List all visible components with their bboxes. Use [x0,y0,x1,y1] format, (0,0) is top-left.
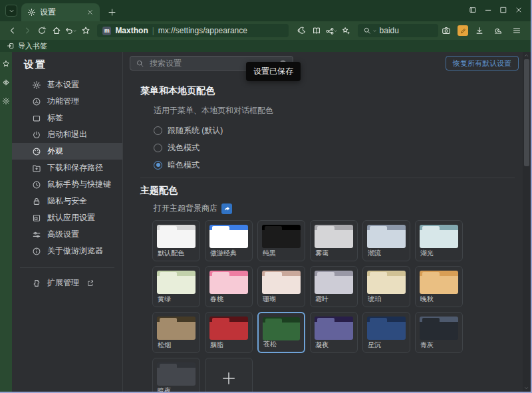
browser-window: 设置 m Maxthon | mx://settings/appearance [0,0,532,393]
theme-card[interactable]: 晚秋 [415,266,463,307]
tab-settings[interactable]: 设置 [21,3,100,21]
theme-card[interactable]: 凝夜 [310,312,358,353]
add-theme-card[interactable] [205,358,253,392]
theme-card[interactable]: 春桃 [205,266,253,307]
theme-card[interactable]: 松烟 [152,312,200,353]
downloads-button[interactable] [472,23,487,38]
rail-favorites-button[interactable] [2,60,10,68]
theme-swatch [420,225,458,248]
night-mode-button[interactable] [295,23,309,38]
forward-button[interactable] [20,23,34,38]
window-controls [469,6,531,14]
reading-mode-button[interactable] [309,23,323,38]
quick-search-box[interactable]: baidu [358,24,438,37]
theme-card[interactable]: 胭脂 [205,312,253,353]
back-button[interactable] [5,23,19,38]
undo-button[interactable] [64,23,78,38]
settings-sidebar: 设置 基本设置 功能管理 标签 启动和退出 外观 下载和保存路径 鼠标手势与快捷… [12,52,122,392]
scrollbar-thumb[interactable] [524,59,529,166]
theme-card[interactable]: 青灰 [415,312,463,353]
sidebar-item-func[interactable]: 功能管理 [12,93,122,110]
theme-card[interactable]: 傲游经典 [205,220,253,261]
theme-store-row: 打开主题背景商店 [154,203,521,214]
bookmark-bar: 导入书签 [0,40,531,52]
rail-apps-button[interactable] [2,78,10,86]
home-button[interactable] [49,23,63,38]
sidebar-item-palette[interactable]: 外观 [12,143,122,160]
new-tab-button[interactable] [108,8,116,17]
scroll-up-arrow[interactable] [523,53,529,59]
radio-option[interactable]: 暗色模式 [154,160,521,170]
radio-icon[interactable] [154,144,162,152]
restore-defaults-button[interactable]: 恢复所有默认设置 [446,56,519,70]
scroll-down-arrow[interactable] [523,385,529,391]
theme-swatch [157,225,196,248]
scrollbar[interactable] [523,52,531,392]
divider [20,267,114,268]
chevron-down-icon [523,385,529,391]
radio-icon[interactable] [154,126,162,135]
theme-card[interactable]: 湖光 [415,220,463,261]
extensions-button[interactable] [491,23,505,38]
sidebar-item-label: 功能管理 [47,96,79,107]
address-bar[interactable]: m Maxthon | mx://settings/appearance [97,24,289,37]
favorite-button[interactable] [78,23,92,38]
open-theme-store-button[interactable] [221,203,232,214]
sidebar-item-sliders[interactable]: 高级设置 [12,226,122,243]
theme-card[interactable]: 黄绿 [152,266,200,307]
workspace-icon [469,6,477,14]
share-button[interactable] [324,23,338,38]
theme-card[interactable]: 琥珀 [362,266,410,307]
theme-card[interactable]: 暗夜 [152,358,200,392]
sidebar-item-label: 外观 [47,146,63,157]
tab-list-chevron-button[interactable] [5,5,17,17]
sidebar-item-label: 关于傲游浏览器 [47,245,103,257]
minimize-button[interactable] [484,6,492,14]
workspace-button[interactable] [469,6,477,14]
menu-item-icon [32,114,41,123]
theme-store-link[interactable]: 打开主题背景商店 [154,203,217,214]
sidebar-item-window[interactable]: 默认应用设置 [12,209,122,226]
sidebar-item-lock[interactable]: 隐私与安全 [12,193,122,209]
theme-swatch [367,225,406,248]
close-button[interactable] [515,6,523,14]
search-engine-label: baidu [380,26,399,35]
theme-card[interactable]: 珊瑚 [257,266,305,307]
theme-card[interactable]: 纯黑 [257,220,305,261]
collect-button[interactable] [339,23,353,38]
rail-settings-button[interactable] [2,97,10,105]
sidebar-item-folder-down[interactable]: 下载和保存路径 [12,160,122,176]
window-body: 设置已保存 设置 基本设置 功能管理 标签 启动和退出 外观 下载和保存路径 鼠… [0,52,531,392]
main-menu-button[interactable] [509,23,524,38]
theme-card[interactable]: 默认配色 [152,220,200,261]
theme-name: 春桃 [210,295,223,304]
theme-swatch [263,317,300,340]
import-icon [7,42,15,50]
theme-name: 黄绿 [158,295,171,304]
maximize-button[interactable] [499,6,507,14]
theme-card[interactable]: 苍松 [257,312,305,353]
theme-card[interactable]: 雾霭 [310,220,358,261]
menu-item-icon [32,147,41,156]
theme-card[interactable]: 霜叶 [310,266,358,307]
reload-button[interactable] [35,23,49,38]
sidebar-item-power[interactable]: 启动和退出 [12,126,122,143]
radio-icon[interactable] [154,161,162,170]
sidebar-item-gear[interactable]: 基本设置 [12,76,122,93]
menu-item-icon [32,230,41,239]
screenshot-button[interactable] [439,23,454,38]
theme-card[interactable]: 星沉 [362,312,410,353]
chevron-up-icon [523,53,529,59]
notes-button[interactable] [458,25,468,36]
radio-option[interactable]: 浅色模式 [154,143,521,152]
theme-card[interactable]: 潮流 [362,220,410,261]
sidebar-item-tab[interactable]: 标签 [12,110,122,126]
page-title: 设置 [24,59,122,71]
import-bookmarks-button[interactable]: 导入书签 [18,41,47,51]
sidebar-item-extensions[interactable]: 扩展管理 [12,275,122,291]
radio-option[interactable]: 跟随系统 (默认) [154,126,521,135]
tab-close-icon[interactable] [86,9,94,16]
sidebar-item-info[interactable]: 关于傲游浏览器 [12,243,122,259]
plus-icon [221,370,237,386]
sidebar-item-clock[interactable]: 鼠标手势与快捷键 [12,176,122,193]
